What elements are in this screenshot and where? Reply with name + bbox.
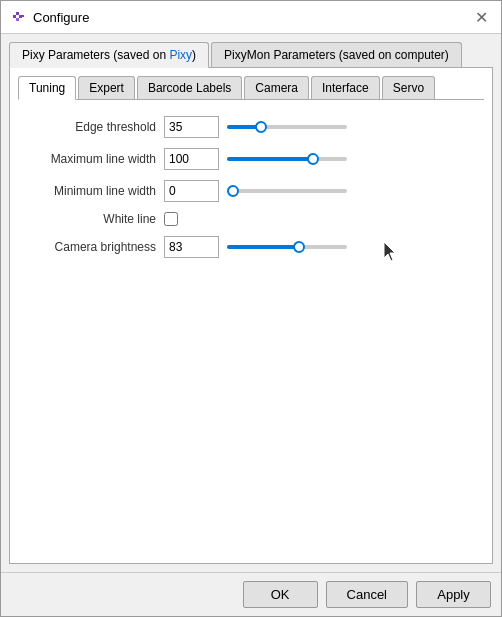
edge-threshold-slider-container — [227, 116, 476, 138]
edge-threshold-label: Edge threshold — [26, 120, 156, 134]
apply-button[interactable]: Apply — [416, 581, 491, 608]
camera-brightness-row: Camera brightness — [26, 236, 476, 258]
pixy-highlight: Pixy — [169, 48, 192, 62]
svg-rect-3 — [16, 18, 19, 21]
white-line-checkbox[interactable] — [164, 212, 178, 226]
edge-threshold-slider-thumb[interactable] — [255, 121, 267, 133]
svg-rect-2 — [19, 15, 22, 18]
svg-rect-0 — [13, 15, 16, 18]
tab-panel: Tuning Expert Barcode Labels Camera Inte… — [9, 68, 493, 564]
outer-tab-bar: Pixy Parameters (saved on Pixy) PixyMon … — [9, 42, 493, 68]
max-line-width-input[interactable] — [164, 148, 219, 170]
max-line-width-slider-track[interactable] — [227, 157, 347, 161]
form-content: Edge threshold Maximum line width — [18, 112, 484, 555]
app-icon — [11, 9, 27, 25]
camera-brightness-slider-fill — [227, 245, 299, 249]
min-line-width-row: Minimum line width — [26, 180, 476, 202]
tab-servo[interactable]: Servo — [382, 76, 435, 99]
footer: OK Cancel Apply — [1, 572, 501, 616]
pixymon-tab-label: PixyMon Parameters (saved on computer) — [224, 48, 449, 62]
cursor-icon — [384, 242, 398, 262]
outer-tab-pixy[interactable]: Pixy Parameters (saved on Pixy) — [9, 42, 209, 68]
tab-interface[interactable]: Interface — [311, 76, 380, 99]
tab-camera[interactable]: Camera — [244, 76, 309, 99]
white-line-label: White line — [26, 212, 156, 226]
max-line-width-row: Maximum line width — [26, 148, 476, 170]
title-bar-left: Configure — [11, 9, 89, 25]
svg-rect-4 — [22, 15, 24, 17]
edge-threshold-slider-track[interactable] — [227, 125, 347, 129]
max-line-width-slider-container — [227, 148, 476, 170]
max-line-width-label: Maximum line width — [26, 152, 156, 166]
white-line-row: White line — [26, 212, 476, 226]
min-line-width-label: Minimum line width — [26, 184, 156, 198]
min-line-width-slider-track[interactable] — [227, 189, 347, 193]
svg-rect-1 — [16, 12, 19, 15]
tab-expert[interactable]: Expert — [78, 76, 135, 99]
min-line-width-slider-container — [227, 180, 476, 202]
camera-brightness-label: Camera brightness — [26, 240, 156, 254]
camera-brightness-slider-container — [227, 236, 476, 258]
edge-threshold-input[interactable] — [164, 116, 219, 138]
camera-brightness-input[interactable] — [164, 236, 219, 258]
tab-tuning[interactable]: Tuning — [18, 76, 76, 100]
camera-brightness-slider-track[interactable] — [227, 245, 347, 249]
tab-barcode-labels[interactable]: Barcode Labels — [137, 76, 242, 99]
window-title: Configure — [33, 10, 89, 25]
ok-button[interactable]: OK — [243, 581, 318, 608]
inner-tab-bar: Tuning Expert Barcode Labels Camera Inte… — [18, 76, 484, 100]
title-bar: Configure ✕ — [1, 1, 501, 34]
main-content: Pixy Parameters (saved on Pixy) PixyMon … — [1, 34, 501, 572]
min-line-width-input[interactable] — [164, 180, 219, 202]
cancel-button[interactable]: Cancel — [326, 581, 408, 608]
outer-tab-pixymon[interactable]: PixyMon Parameters (saved on computer) — [211, 42, 462, 67]
camera-brightness-slider-thumb[interactable] — [293, 241, 305, 253]
min-line-width-slider-thumb[interactable] — [227, 185, 239, 197]
max-line-width-slider-thumb[interactable] — [307, 153, 319, 165]
svg-marker-5 — [384, 242, 395, 261]
edge-threshold-row: Edge threshold — [26, 116, 476, 138]
max-line-width-slider-fill — [227, 157, 313, 161]
configure-window: Configure ✕ Pixy Parameters (saved on Pi… — [0, 0, 502, 617]
close-button[interactable]: ✕ — [471, 7, 491, 27]
